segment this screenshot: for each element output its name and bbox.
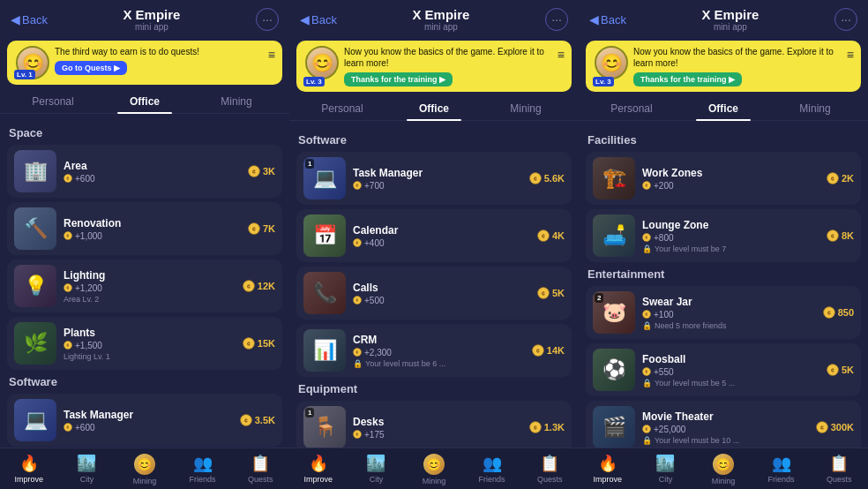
hamburger-icon[interactable]: ≡ <box>847 48 854 62</box>
app-title-block: X Empire mini app <box>701 7 759 32</box>
nav-item-quests[interactable]: 📋 Quests <box>520 452 579 487</box>
list-item[interactable]: 💻Task Manager¢ +600¢ 3.5K <box>7 394 282 447</box>
nav-icon-improve: 🔥 <box>19 454 39 473</box>
list-item[interactable]: 🪑1Desks¢ +175¢ 1.3K <box>296 401 572 448</box>
notif-action-button[interactable]: Go to Quests ▶ <box>55 61 127 75</box>
lock-icon: 🔒 <box>642 321 652 330</box>
item-gain: ¢ +25,000 <box>642 425 809 434</box>
list-item[interactable]: 🔨Renovation¢ +1,000¢ 7K <box>7 202 282 255</box>
tab-mining[interactable]: Mining <box>480 97 572 120</box>
app-subtitle: mini app <box>123 22 180 32</box>
list-item[interactable]: 🎬Movie Theater¢ +25,000🔒 Your level must… <box>586 401 861 448</box>
list-item[interactable]: 💡Lighting¢ +1,200Area Lv. 2¢ 12K <box>7 260 282 312</box>
foosball-image: ⚽ <box>593 349 635 391</box>
svg-text:¢: ¢ <box>827 310 831 316</box>
cost-value: 5K <box>842 365 854 375</box>
tab-mining[interactable]: Mining <box>191 90 282 113</box>
nav-item-mining[interactable]: 😊 Mining <box>694 452 752 487</box>
nav-label: Mining <box>423 477 446 485</box>
tab-office[interactable]: Office <box>99 90 191 113</box>
nav-item-friends[interactable]: 👥 Friends <box>463 452 521 487</box>
lock-text: Your level must be 7 <box>655 244 726 253</box>
nav-item-city[interactable]: 🏙️ City <box>58 452 116 487</box>
svg-text:¢: ¢ <box>646 312 648 317</box>
gain-value: +700 <box>364 181 385 191</box>
lock-text: Need 5 more friends <box>655 321 727 330</box>
menu-button[interactable]: ··· <box>256 8 279 31</box>
gain-value: +800 <box>654 233 674 243</box>
item-cost: ¢ 3.5K <box>240 414 275 426</box>
hamburger-icon[interactable]: ≡ <box>268 48 275 62</box>
nav-label: Quests <box>248 475 273 484</box>
swearjar-image: 🐷2 <box>593 291 635 334</box>
nav-item-city[interactable]: 🏙️ City <box>348 452 406 487</box>
list-item[interactable]: ⚽Foosball¢ +550🔒 Your level must be 5 ..… <box>586 343 861 396</box>
tab-personal[interactable]: Personal <box>296 97 388 120</box>
list-item[interactable]: 🛋️Lounge Zone¢ +800🔒 Your level must be … <box>586 209 861 262</box>
list-item[interactable]: 📊CRM¢ +2,300🔒 Your level must be 6 ...¢ … <box>296 324 572 377</box>
notif-action-button[interactable]: Thanks for the training ▶ <box>633 72 742 87</box>
tab-personal[interactable]: Personal <box>7 90 99 113</box>
tab-office[interactable]: Office <box>388 97 480 120</box>
content-area: Space🏢Area¢ +600¢ 3K🔨Renovation¢ +1,000¢… <box>0 114 289 448</box>
back-button[interactable]: ◀ Back <box>11 12 48 26</box>
menu-button[interactable]: ··· <box>834 8 857 31</box>
nav-item-friends[interactable]: 👥 Friends <box>174 452 232 487</box>
lock-icon: 🔒 <box>642 379 652 387</box>
list-item[interactable]: 📞Calls¢ +500¢ 5K <box>296 267 572 320</box>
list-item[interactable]: 🏗️Work Zones¢ +200¢ 2K <box>586 152 861 205</box>
nav-item-improve[interactable]: 🔥 Improve <box>579 452 637 487</box>
level-badge: Lv. 3 <box>593 77 614 87</box>
nav-item-friends[interactable]: 👥 Friends <box>752 452 811 487</box>
svg-text:¢: ¢ <box>356 240 359 245</box>
cost-value: 15K <box>258 338 275 349</box>
lock-message: 🔒 Your level must be 5 ... <box>642 379 819 387</box>
item-info: Work Zones¢ +200 <box>642 167 819 191</box>
item-name: Calls <box>353 282 530 294</box>
back-button[interactable]: ◀ Back <box>300 12 337 26</box>
svg-text:¢: ¢ <box>67 425 70 430</box>
nav-item-mining[interactable]: 😊 Mining <box>405 452 463 487</box>
gain-value: +200 <box>654 181 674 191</box>
nav-icon-quests: 📋 <box>540 454 559 473</box>
tab-personal[interactable]: Personal <box>586 97 677 120</box>
nav-item-city[interactable]: 🏙️ City <box>637 452 695 487</box>
item-name: Area <box>64 160 241 172</box>
back-button[interactable]: ◀ Back <box>589 12 626 26</box>
item-gain: ¢ +500 <box>353 296 530 305</box>
item-info: Lounge Zone¢ +800🔒 Your level must be 7 <box>642 219 819 253</box>
cost-value: 3.5K <box>255 415 275 425</box>
item-name: Work Zones <box>642 167 819 179</box>
plants-image: 🌿 <box>14 322 56 365</box>
gain-value: +1,000 <box>75 231 102 241</box>
taskmanager-image: 💻1 <box>303 157 346 199</box>
list-item[interactable]: 🏢Area¢ +600¢ 3K <box>7 145 282 198</box>
cost-value: 1.3K <box>544 422 565 433</box>
item-gain: ¢ +700 <box>353 181 522 191</box>
nav-item-quests[interactable]: 📋 Quests <box>810 452 868 487</box>
section-title: Space <box>9 126 282 139</box>
list-item[interactable]: 📅Calendar¢ +400¢ 4K <box>296 209 572 262</box>
nav-item-improve[interactable]: 🔥 Improve <box>289 452 348 487</box>
menu-button[interactable]: ··· <box>545 8 568 31</box>
list-item[interactable]: 🌿Plants¢ +1,500Lighting Lv. 1¢ 15K <box>7 317 282 370</box>
item-gain: ¢ +100 <box>642 310 816 320</box>
back-arrow-icon: ◀ <box>11 12 20 26</box>
nav-item-quests[interactable]: 📋 Quests <box>231 452 289 487</box>
nav-item-mining[interactable]: 😊 Mining <box>116 452 174 487</box>
tab-office[interactable]: Office <box>677 97 769 120</box>
item-gain: ¢ +175 <box>353 430 522 440</box>
hamburger-icon[interactable]: ≡ <box>557 48 565 62</box>
lock-icon: 🔒 <box>353 359 363 368</box>
item-gain: ¢ +1,000 <box>64 231 241 241</box>
cost-value: 3K <box>263 166 275 177</box>
nav-icon-city: 🏙️ <box>77 454 96 473</box>
nav-icon-quests: 📋 <box>251 454 270 473</box>
tab-mining[interactable]: Mining <box>769 97 861 120</box>
item-info: Area¢ +600 <box>64 160 241 184</box>
list-item[interactable]: 🐷2Swear Jar¢ +100🔒 Need 5 more friends¢ … <box>586 286 861 339</box>
nav-item-improve[interactable]: 🔥 Improve <box>0 452 58 487</box>
notif-action-button[interactable]: Thanks for the training ▶ <box>344 72 453 87</box>
svg-text:¢: ¢ <box>542 233 545 239</box>
list-item[interactable]: 💻1Task Manager¢ +700¢ 5.6K <box>296 152 572 205</box>
